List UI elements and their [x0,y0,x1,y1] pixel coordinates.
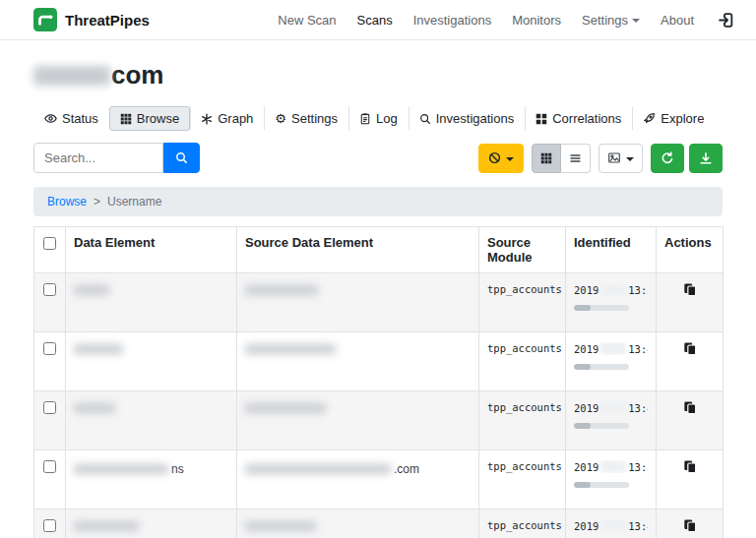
row-checkbox[interactable] [43,342,56,355]
table-row: tpp_accounts 2019 13:40 [34,332,724,391]
tab-investigations[interactable]: Investigations [409,106,526,131]
tab-browse[interactable]: Browse [109,106,190,131]
toolbar-buttons [478,144,723,173]
tab-settings[interactable]: ⚙ Settings [264,106,348,131]
search-button[interactable] [163,143,200,173]
results-table: Data Element Source Data Element Source … [33,226,724,538]
identified-time: 13:34 [628,284,648,296]
breadcrumb-current: Username [107,195,161,209]
source-module-value: tpp_accounts [487,401,562,413]
tab-status-label: Status [62,111,98,126]
redacted-source-data-element [245,344,336,354]
nav-item-settings[interactable]: Settings [582,13,640,28]
nav-item-about[interactable]: About [661,13,694,28]
table-body: tpp_accounts 2019 13:34 [34,273,724,538]
redacted-data-element [74,285,109,295]
table-row: ns .com tpp_accounts 2019 13:33 [34,450,724,509]
chevron-down-icon [506,157,514,161]
tab-correlations[interactable]: Correlations [525,106,632,131]
brand-label: ThreatPipes [65,12,150,29]
browse-toolbar [33,143,723,173]
identified-redacted-date [600,283,626,296]
identified-year: 2019 [574,284,598,296]
chevron-down-icon [632,19,640,23]
copy-button[interactable] [683,282,697,297]
tab-settings-label: Settings [291,111,338,126]
tab-explore[interactable]: Explore [632,106,715,131]
list-icon [569,152,582,164]
nav-item-settings-label: Settings [582,13,628,28]
identified-redacted-date [600,460,626,473]
copy-icon [683,282,697,297]
identified-age-bar [574,305,629,311]
copy-icon [683,518,697,533]
logout-icon [718,12,734,29]
refresh-button[interactable] [651,144,684,173]
table-row: tpp_accounts 2019 13:42 [34,509,724,538]
tab-log[interactable]: Log [348,106,409,131]
row-checkbox[interactable] [43,460,56,473]
media-view-button[interactable] [598,144,643,173]
select-all-checkbox[interactable] [43,237,56,250]
row-checkbox[interactable] [43,519,56,532]
nav-item-monitors[interactable]: Monitors [512,13,561,28]
copy-button[interactable] [683,459,697,474]
clipboard-icon [359,112,371,125]
nav-links: New Scan Scans Investigations Monitors S… [278,13,694,28]
identified-timestamp: 2019 13:33 [574,460,648,473]
copy-icon [683,341,697,356]
source-module-value: tpp_accounts [487,519,562,531]
breadcrumb-separator: > [94,195,100,209]
header-source-data-element: Source Data Element [237,227,479,273]
copy-button[interactable] [683,400,697,415]
identified-redacted-date [600,342,626,355]
download-button[interactable] [689,144,723,173]
redacted-data-element [74,403,115,413]
tab-investigations-label: Investigations [436,111,515,126]
copy-button[interactable] [683,518,697,533]
nav-item-new-scan[interactable]: New Scan [278,13,336,28]
row-checkbox[interactable] [43,401,56,414]
list-view-button[interactable] [561,144,591,173]
main-content: com Status Browse Graph ⚙ Settings Log I… [0,60,756,538]
identified-redacted-date [600,401,626,414]
identified-time: 13:40 [628,343,648,355]
identified-year: 2019 [574,461,598,473]
source-visible-text: .com [394,462,419,476]
identified-year: 2019 [574,402,598,414]
grid-view-button[interactable] [532,144,561,173]
nav-item-investigations[interactable]: Investigations [413,13,492,28]
search-group [33,143,200,173]
identified-time: 13:42 [628,402,648,414]
row-checkbox[interactable] [43,283,56,296]
nav-item-scans[interactable]: Scans [357,13,393,28]
filter-false-positive-button[interactable] [478,144,524,173]
magnifier-icon [419,113,431,125]
source-module-value: tpp_accounts [487,342,562,354]
table-header: Data Element Source Data Element Source … [34,227,724,273]
redacted-data-element [74,464,168,474]
grid-icon [540,152,552,164]
copy-button[interactable] [683,341,697,356]
identified-year: 2019 [574,343,598,355]
chevron-down-icon [626,157,634,161]
brand[interactable]: ThreatPipes [33,8,150,31]
search-input[interactable] [33,143,163,173]
grid-icon [120,113,132,125]
refresh-icon [661,151,674,165]
tab-correlations-label: Correlations [552,111,621,126]
header-identified: Identified [566,227,657,273]
threatpipes-logo-icon [33,8,57,31]
identified-age-bar [574,423,629,429]
tab-status[interactable]: Status [33,106,109,131]
header-source-module: Source Module [479,227,566,273]
top-navbar: ThreatPipes New Scan Scans Investigation… [0,0,756,40]
breadcrumb-browse-link[interactable]: Browse [47,195,87,209]
identified-timestamp: 2019 13:34 [574,283,648,296]
redacted-source-data-element [245,403,326,413]
identified-year: 2019 [574,520,598,532]
identified-time: 13:42 [628,520,648,532]
logout-button[interactable] [718,12,734,29]
tab-graph[interactable]: Graph [190,106,264,131]
identified-age-bar [574,364,629,370]
